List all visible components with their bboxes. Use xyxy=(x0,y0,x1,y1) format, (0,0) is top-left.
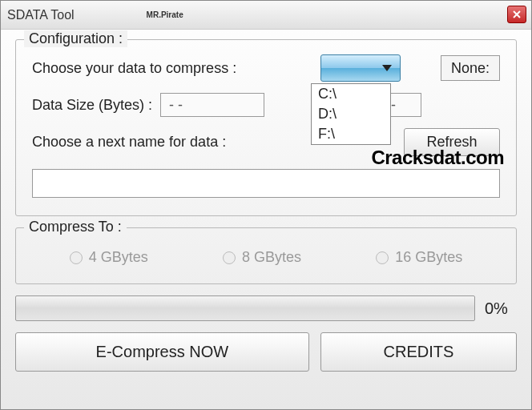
radio-icon xyxy=(376,251,389,264)
choose-data-label: Choose your data to compress : xyxy=(32,60,236,77)
credits-button[interactable]: CREDITS xyxy=(320,332,517,372)
drive-option[interactable]: F:\ xyxy=(312,124,390,144)
watermark-text: Cracksdat.com xyxy=(371,147,504,169)
radio-4gb[interactable]: 4 GBytes xyxy=(70,249,148,266)
radio-16gb[interactable]: 16 GBytes xyxy=(376,249,462,266)
radio-4gb-label: 4 GBytes xyxy=(89,249,148,266)
configuration-group: Configuration : Choose your data to comp… xyxy=(15,39,517,216)
content-area: Configuration : Choose your data to comp… xyxy=(1,30,531,381)
window-title: SDATA Tool xyxy=(7,8,75,22)
titlebar: SDATA Tool MR.Pirate xyxy=(1,1,531,30)
close-icon xyxy=(513,10,521,18)
compress-to-group-label: Compress To : xyxy=(24,219,127,235)
drive-option[interactable]: C:\ xyxy=(312,84,390,104)
ecompress-button[interactable]: E-Compress NOW xyxy=(15,332,309,372)
none-label-text: None: xyxy=(451,60,490,77)
credits-button-label: CREDITS xyxy=(384,343,454,360)
none-label-box: None: xyxy=(441,55,500,81)
data-size-label: Data Size (Bytes) : xyxy=(32,97,152,114)
progress-bar xyxy=(15,295,475,321)
chevron-down-icon xyxy=(382,65,392,71)
close-button[interactable] xyxy=(507,6,526,23)
window-subtitle: MR.Pirate xyxy=(147,10,183,19)
next-name-label: Choose a next name for data : xyxy=(32,134,226,151)
progress-percent: 0% xyxy=(485,299,517,318)
data-size-field: - - xyxy=(160,93,264,117)
radio-icon xyxy=(223,251,236,264)
progress-row: 0% xyxy=(15,295,517,321)
configuration-group-label: Configuration : xyxy=(24,30,127,47)
data-size-value: - - xyxy=(169,97,183,114)
bottom-button-row: E-Compress NOW CREDITS xyxy=(15,332,517,372)
radio-8gb[interactable]: 8 GBytes xyxy=(223,249,301,266)
name-input[interactable] xyxy=(32,169,500,198)
drive-option[interactable]: D:\ xyxy=(312,104,390,124)
drive-dropdown[interactable] xyxy=(320,54,401,82)
compress-to-group: Compress To : 4 GBytes 8 GBytes 16 GByte… xyxy=(15,227,517,284)
radio-8gb-label: 8 GBytes xyxy=(242,249,301,266)
radio-icon xyxy=(70,251,83,264)
radio-16gb-label: 16 GBytes xyxy=(395,249,462,266)
main-window: SDATA Tool MR.Pirate Configuration : Cho… xyxy=(0,0,532,410)
drive-dropdown-list[interactable]: C:\ D:\ F:\ xyxy=(311,83,391,145)
ecompress-button-label: E-Compress NOW xyxy=(96,343,229,360)
